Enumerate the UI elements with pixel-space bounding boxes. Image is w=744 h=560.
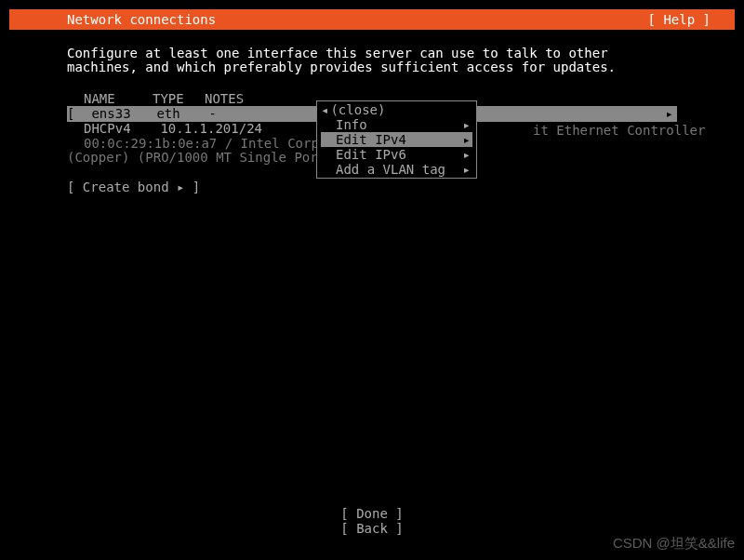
menu-info-label: Info [321,117,463,132]
bottom-nav: [ Done ] [ Back ] [9,506,735,536]
menu-add-vlan-label: Add a VLAN tag [321,162,463,177]
done-button[interactable]: [ Done ] [9,506,735,521]
titlebar: Network connections [ Help ] [9,9,735,30]
create-bond-button[interactable]: [ Create bond ▸ ] [67,180,677,194]
menu-edit-ipv4[interactable]: Edit IPv4 ▸ [321,132,472,147]
back-button[interactable]: [ Back ] [9,521,735,536]
menu-close[interactable]: ◂ (close) [321,102,472,117]
iface-eth-suffix: it Ethernet Controller [533,124,705,138]
interface-context-menu: ◂ (close) Info ▸ Edit IPv4 ▸ Edit IPv6 ▸… [316,100,477,179]
menu-edit-ipv6[interactable]: Edit IPv6 ▸ [321,147,472,162]
col-name: NAME [84,92,138,106]
dhcp-address: 10.1.1.201/24 [160,121,262,136]
bracket-open: [ [67,107,74,121]
menu-add-vlan[interactable]: Add a VLAN tag ▸ [321,162,472,177]
expand-arrow-icon: ▸ [666,107,677,121]
help-link[interactable]: [ Help ] [648,9,727,30]
col-type: TYPE [153,92,190,106]
menu-info[interactable]: Info ▸ [321,117,472,132]
col-notes: NOTES [205,92,244,106]
menu-edit-ipv4-label: Edit IPv4 [321,132,463,147]
chevron-right-icon: ▸ [463,117,472,132]
page-title: Network connections [17,9,216,30]
menu-edit-ipv6-label: Edit IPv6 [321,147,463,162]
iface-type: eth [156,107,193,121]
chevron-right-icon: ▸ [463,132,472,147]
iface-name: ens33 [87,107,141,121]
dhcp-label: DHCPv4 [84,122,138,136]
watermark: CSDN @坦笑&&life [613,535,735,553]
chevron-right-icon: ▸ [463,162,472,177]
menu-close-label: (close) [330,102,472,117]
instructions-text: Configure at least one interface this se… [67,47,677,75]
chevron-right-icon: ▸ [463,147,472,162]
chevron-left-icon: ◂ [321,102,330,117]
